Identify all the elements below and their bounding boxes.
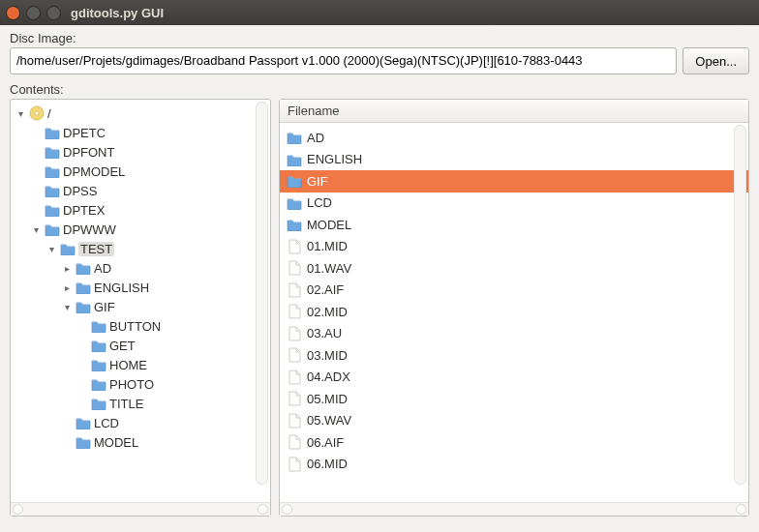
- scroll-right-icon[interactable]: [736, 504, 746, 515]
- list-item-label: 05.WAV: [307, 413, 351, 428]
- tree-item[interactable]: PHOTO: [15, 374, 270, 394]
- list-horizontal-scrollbar[interactable]: [280, 502, 748, 516]
- list-item[interactable]: 03.AU: [280, 323, 748, 345]
- list-item-label: 03.AU: [307, 326, 342, 340]
- file-icon: [288, 391, 301, 406]
- list-item-label: 02.AIF: [307, 282, 344, 297]
- list-item[interactable]: 05.WAV: [280, 410, 748, 432]
- tree-item-label: DPWWW: [63, 222, 116, 237]
- tree-item[interactable]: TITLE: [15, 394, 270, 413]
- tree-item-label: BUTTON: [109, 319, 161, 334]
- list-item[interactable]: 06.AIF: [280, 431, 748, 454]
- file-icon: [288, 434, 301, 450]
- filename-column-header[interactable]: Filename: [280, 100, 748, 123]
- tree-item[interactable]: DPSS: [15, 181, 270, 200]
- tree-item-label: TITLE: [109, 397, 143, 411]
- list-item[interactable]: 06.MID: [280, 454, 748, 476]
- file-icon: [288, 304, 301, 319]
- list-item[interactable]: ENGLISH: [280, 149, 748, 171]
- tree-item[interactable]: DPFONT: [15, 142, 270, 162]
- disc-image-label: Disc Image:: [10, 31, 749, 45]
- list-item[interactable]: 02.MID: [280, 301, 748, 323]
- tree-item-label: /: [47, 106, 51, 121]
- file-icon: [288, 282, 301, 298]
- list-item[interactable]: 02.AIF: [280, 280, 748, 302]
- list-item-label: GIF: [307, 174, 328, 189]
- tree-item-label: DPSS: [63, 184, 97, 198]
- expander-icon[interactable]: ▾: [46, 244, 57, 254]
- expander-icon[interactable]: ▾: [15, 108, 26, 119]
- list-item[interactable]: AD: [280, 127, 748, 149]
- file-icon: [288, 413, 301, 429]
- scroll-left-icon[interactable]: [282, 504, 292, 515]
- list-item-label: 01.MID: [307, 239, 348, 253]
- expander-icon[interactable]: ▾: [30, 224, 42, 235]
- folder-icon: [287, 131, 302, 144]
- file-icon: [288, 326, 301, 341]
- folder-icon: [91, 319, 106, 333]
- file-list-pane: Filename ADENGLISHGIFLCDMODEL01.MID01.WA…: [279, 99, 749, 517]
- list-item[interactable]: 01.WAV: [280, 257, 748, 280]
- tree-item[interactable]: HOME: [15, 355, 270, 374]
- window-title: gditools.py GUI: [71, 6, 164, 20]
- open-button[interactable]: Open...: [683, 47, 749, 74]
- tree-item[interactable]: LCD: [15, 413, 270, 432]
- file-icon: [288, 347, 301, 363]
- scroll-right-icon[interactable]: [258, 504, 268, 515]
- list-item-label: AD: [307, 131, 324, 145]
- tree-item[interactable]: MODEL: [15, 432, 270, 452]
- folder-icon: [76, 416, 91, 429]
- file-icon: [288, 457, 301, 472]
- minimize-icon[interactable]: [26, 6, 41, 20]
- tree-item-label: GIF: [94, 300, 115, 314]
- folder-icon: [76, 300, 91, 313]
- folder-icon: [45, 222, 60, 236]
- tree-item[interactable]: ▾TEST: [15, 239, 270, 258]
- expander-icon[interactable]: ▸: [61, 282, 73, 293]
- tree-horizontal-scrollbar[interactable]: [11, 502, 270, 516]
- tree-item[interactable]: ▾GIF: [15, 297, 270, 316]
- tree-item[interactable]: BUTTON: [15, 316, 270, 336]
- tree-item-label: PHOTO: [109, 377, 154, 392]
- tree-item[interactable]: GET: [15, 336, 270, 355]
- list-item[interactable]: 01.MID: [280, 236, 748, 258]
- tree-item-label: LCD: [94, 416, 119, 430]
- scroll-left-icon[interactable]: [13, 504, 23, 515]
- tree-item-label: HOME: [109, 358, 147, 372]
- folder-icon: [287, 218, 302, 231]
- folder-icon: [91, 377, 106, 391]
- list-item-label: 04.ADX: [307, 369, 350, 384]
- list-item[interactable]: 03.MID: [280, 344, 748, 367]
- list-item-label: 01.WAV: [307, 261, 351, 276]
- list-item-label: 05.MID: [307, 392, 348, 406]
- list-item[interactable]: LCD: [280, 192, 748, 215]
- disc-image-path-input[interactable]: /home/user/Projets/gdimages/Broadband Pa…: [10, 47, 677, 74]
- tree-pane: ▾/DPETCDPFONTDPMODELDPSSDPTEX▾DPWWW▾TEST…: [10, 99, 271, 517]
- tree-item[interactable]: ▸ENGLISH: [15, 278, 270, 297]
- expander-icon[interactable]: ▸: [61, 263, 73, 274]
- directory-tree[interactable]: ▾/DPETCDPFONTDPMODELDPSSDPTEX▾DPWWW▾TEST…: [11, 102, 270, 454]
- folder-icon: [76, 435, 91, 449]
- tree-item[interactable]: ▸AD: [15, 258, 270, 278]
- list-item[interactable]: GIF: [280, 170, 748, 192]
- list-vertical-scrollbar[interactable]: [734, 125, 746, 485]
- list-item[interactable]: MODEL: [280, 214, 748, 236]
- disc-icon: [29, 105, 45, 121]
- list-item[interactable]: 04.ADX: [280, 367, 748, 389]
- tree-item[interactable]: ▾/: [15, 103, 270, 123]
- close-icon[interactable]: [6, 6, 20, 20]
- maximize-icon[interactable]: [46, 6, 61, 20]
- tree-item[interactable]: ▾DPWWW: [15, 220, 270, 239]
- tree-item[interactable]: DPETC: [15, 123, 270, 142]
- folder-icon: [76, 261, 91, 275]
- tree-item[interactable]: DPTEX: [15, 200, 270, 220]
- list-item-label: LCD: [307, 195, 332, 210]
- folder-icon: [91, 358, 106, 371]
- tree-item-label: DPETC: [63, 126, 106, 140]
- expander-icon[interactable]: ▾: [61, 302, 73, 312]
- tree-vertical-scrollbar[interactable]: [256, 102, 268, 485]
- list-item[interactable]: 05.MID: [280, 388, 748, 410]
- file-list[interactable]: ADENGLISHGIFLCDMODEL01.MID01.WAV02.AIF02…: [280, 125, 748, 475]
- tree-item[interactable]: DPMODEL: [15, 162, 270, 181]
- file-icon: [288, 369, 301, 385]
